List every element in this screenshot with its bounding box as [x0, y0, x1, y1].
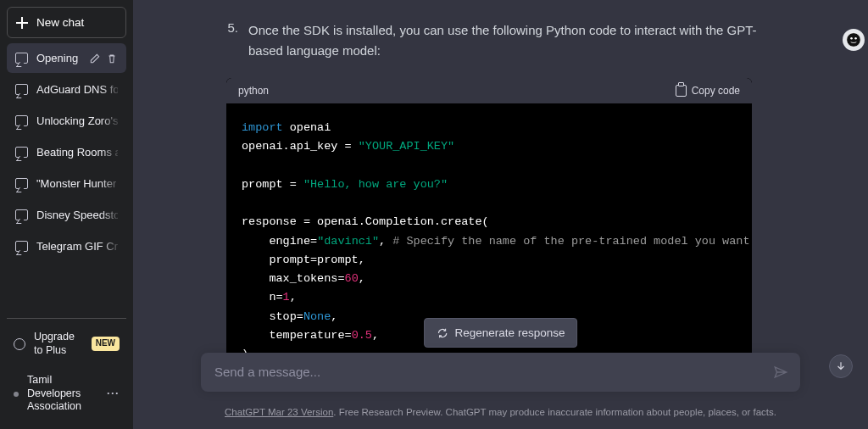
chat-item[interactable]: "Monster Hunter: [7, 169, 126, 198]
upgrade-button[interactable]: Upgrade to Plus NEW: [7, 322, 126, 365]
account-label: Tamil Developers Association: [27, 374, 98, 414]
new-chat-button[interactable]: New chat: [7, 7, 126, 38]
version-link[interactable]: ChatGPT Mar 23 Version: [225, 407, 333, 417]
chat-item-label: AdGuard DNS for: [36, 83, 118, 96]
chat-icon: [15, 241, 28, 252]
chat-item-label: Beating Rooms a: [36, 146, 118, 159]
chat-item-label: Telegram GIF Cr: [36, 240, 118, 253]
chat-item-label: "Monster Hunter: [36, 177, 116, 190]
message-input[interactable]: [214, 365, 761, 379]
corner-avatar[interactable]: [843, 29, 865, 51]
account-avatar-icon: [14, 392, 19, 397]
chat-item[interactable]: Disney Speedsto: [7, 200, 126, 230]
copy-code-button[interactable]: Copy code: [676, 85, 740, 97]
clipboard-icon: [676, 85, 687, 97]
sidebar-bottom: Upgrade to Plus NEW Tamil Developers Ass…: [7, 318, 126, 422]
account-button[interactable]: Tamil Developers Association ···: [7, 365, 126, 422]
regenerate-label: Regenerate response: [455, 326, 565, 339]
step-text: Once the SDK is installed, you can use t…: [248, 20, 774, 61]
sidebar: New chat Opening AdGuard DNS for Unlocki…: [0, 0, 133, 429]
chat-item-label: Disney Speedsto: [36, 209, 118, 221]
chat-icon: [15, 115, 28, 126]
chat-item-opening[interactable]: Opening: [7, 43, 126, 73]
chat-item[interactable]: AdGuard DNS for: [7, 75, 126, 104]
code-header: python Copy code: [226, 78, 752, 103]
edit-icon[interactable]: [89, 53, 101, 64]
more-icon[interactable]: ···: [107, 387, 120, 401]
send-icon[interactable]: [773, 365, 788, 380]
code-language-label: python: [238, 85, 269, 97]
chat-item-label: Unlocking Zoro's: [36, 114, 118, 127]
chat-item[interactable]: Unlocking Zoro's: [7, 106, 126, 136]
chat-icon: [15, 53, 28, 64]
chat-icon: [15, 147, 28, 158]
chat-icon: [15, 84, 28, 95]
svg-point-2: [854, 37, 857, 40]
plus-icon: [16, 17, 28, 29]
step-row: 5. Once the SDK is installed, you can us…: [226, 0, 843, 61]
chat-icon: [15, 209, 28, 220]
svg-point-1: [850, 37, 853, 40]
chat-item[interactable]: Beating Rooms a: [7, 137, 126, 167]
footer: ChatGPT Mar 23 Version. Free Research Pr…: [133, 407, 868, 417]
message-input-bar: [201, 353, 800, 392]
main-pane: 5. Once the SDK is installed, you can us…: [133, 0, 868, 429]
chat-item-label: Opening: [36, 52, 78, 64]
new-chat-label: New chat: [36, 16, 84, 29]
copy-code-label: Copy code: [692, 85, 740, 97]
refresh-icon: [437, 327, 448, 339]
regenerate-button[interactable]: Regenerate response: [424, 318, 578, 348]
chat-list: Opening AdGuard DNS for Unlocking Zoro's…: [7, 43, 126, 261]
trash-icon[interactable]: [106, 53, 118, 64]
person-icon: [14, 338, 25, 350]
upgrade-label: Upgrade to Plus: [34, 331, 83, 357]
chat-icon: [15, 178, 28, 189]
step-number: 5.: [226, 20, 238, 61]
svg-point-0: [847, 33, 861, 47]
scroll-down-button[interactable]: [829, 354, 853, 378]
disclaimer-text: . Free Research Preview. ChatGPT may pro…: [333, 407, 776, 417]
chat-item[interactable]: Telegram GIF Cr: [7, 231, 126, 261]
new-badge: NEW: [92, 337, 120, 351]
